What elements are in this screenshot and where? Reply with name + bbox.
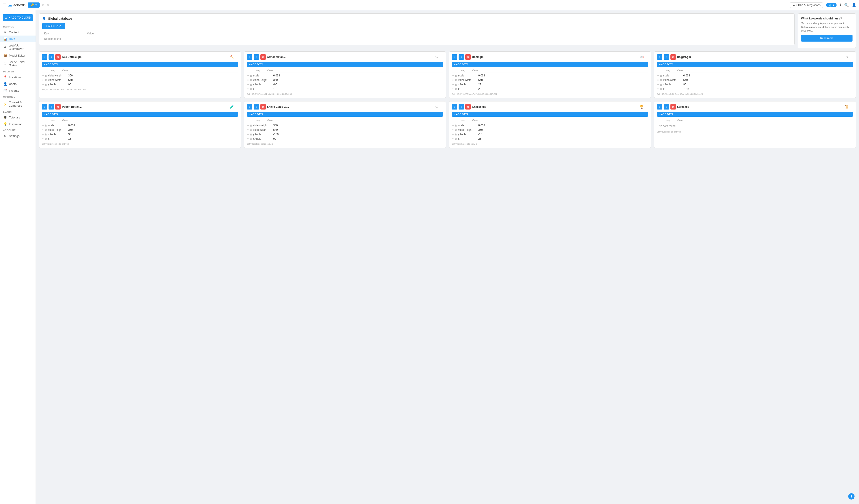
card-add-data-button[interactable]: + ADD DATA bbox=[247, 112, 287, 117]
sidebar-item-data[interactable]: 📊 Data bbox=[0, 35, 35, 42]
global-add-data-label: + ADD DATA bbox=[46, 25, 61, 28]
row-key: scale bbox=[253, 74, 273, 77]
sidebar-item-inspiration-label: Inspiration bbox=[9, 123, 22, 126]
edit-row-icon[interactable]: ✏ bbox=[247, 138, 249, 140]
active-nav-tab[interactable]: 🔑 ▾ bbox=[28, 2, 40, 7]
card-add-data-button[interactable]: + ADD DATA bbox=[42, 112, 238, 117]
sidebar-item-settings[interactable]: ⚙ Settings bbox=[0, 132, 35, 139]
card-key-header: Key bbox=[42, 119, 62, 122]
edit-row-icon[interactable]: ✏ bbox=[247, 124, 249, 127]
row-key: yAngle bbox=[48, 83, 68, 86]
card-model-icon: 🧪 bbox=[230, 105, 233, 109]
edit-row-icon[interactable]: ✏ bbox=[247, 88, 249, 91]
delete-row-icon[interactable]: 🗑 bbox=[250, 79, 252, 81]
edit-row-icon[interactable]: ✏ bbox=[42, 83, 44, 86]
card-delete-btn[interactable]: 🗑 bbox=[55, 104, 61, 110]
edit-row-icon[interactable]: ✏ bbox=[247, 133, 249, 136]
edit-row-icon[interactable]: ✏ bbox=[247, 128, 249, 131]
row-value: 15 bbox=[68, 137, 238, 140]
edit-row-icon[interactable]: ✏ bbox=[42, 124, 44, 127]
card-upload-btn[interactable]: ⇧ bbox=[42, 104, 47, 110]
delete-row-icon[interactable]: 🗑 bbox=[250, 74, 252, 77]
row-value: 360 bbox=[273, 78, 287, 82]
delete-row-icon[interactable]: 🗑 bbox=[45, 124, 47, 127]
card-upload-btn[interactable]: ⇧ bbox=[247, 54, 252, 60]
sidebar-item-modelEditor[interactable]: 📦 Model Editor bbox=[0, 52, 35, 59]
delete-row-icon[interactable]: 🗑 bbox=[45, 128, 47, 131]
row-value: 0.038 bbox=[273, 74, 287, 77]
sidebar-item-locations[interactable]: 📍 Locations bbox=[0, 74, 35, 80]
edit-row-icon[interactable]: ✏ bbox=[247, 79, 249, 82]
edit-row-icon[interactable]: ✏ bbox=[247, 83, 249, 86]
row-key: videoWidth bbox=[48, 78, 68, 82]
row-key: yAngle bbox=[253, 133, 273, 136]
card-value-header: Value bbox=[267, 69, 287, 72]
card-delete-btn[interactable]: 🗑 bbox=[260, 54, 266, 60]
entry-id: Entry ID: potion-bottle-entry-id bbox=[42, 143, 238, 145]
global-value-header: Value bbox=[87, 32, 286, 35]
sidebar-item-inspiration[interactable]: 💡 Inspiration bbox=[0, 121, 35, 127]
edit-row-icon[interactable]: ✏ bbox=[42, 79, 44, 82]
card-download-btn[interactable]: ⇩ bbox=[254, 104, 259, 110]
card-add-data-button[interactable]: + ADD DATA bbox=[42, 62, 238, 67]
table-row: ✏ 🗑 videoWidth 540 bbox=[42, 78, 238, 82]
entries-grid: ⇧ ⇩ 🗑 Axe Double.glb 🪓 ⋮ + ADD DATA Key … bbox=[39, 51, 286, 148]
card-add-data-button[interactable]: + ADD DATA bbox=[247, 62, 287, 67]
sceneEditor-icon: ⬡ bbox=[3, 62, 7, 65]
entry-card-header: ⇧ ⇩ 🗑 Shield Celtic G.... 🛡 ⋮ bbox=[247, 104, 287, 110]
sidebar-item-users[interactable]: 👤 Users bbox=[0, 80, 35, 87]
card-value-header: Value bbox=[62, 69, 238, 72]
delete-row-icon[interactable]: 🗑 bbox=[250, 138, 252, 140]
global-key-header: Key bbox=[42, 32, 87, 35]
sidebar-item-content[interactable]: ✏ Content bbox=[0, 29, 35, 35]
close-nav-icon[interactable]: ✕ bbox=[46, 3, 49, 7]
edit-row-icon[interactable]: ✏ bbox=[42, 74, 44, 77]
delete-row-icon[interactable]: 🗑 bbox=[45, 83, 47, 86]
edit-row-icon[interactable]: ✏ bbox=[247, 74, 249, 77]
card-table-header: Key Value bbox=[42, 68, 238, 73]
card-options-icon[interactable]: ⋮ bbox=[235, 55, 238, 59]
edit-row-icon[interactable]: ✏ bbox=[42, 133, 44, 136]
table-row: ✏ 🗑 yAngle -180 bbox=[247, 132, 287, 137]
global-add-data-button[interactable]: + ADD DATA bbox=[42, 23, 65, 29]
card-delete-btn[interactable]: 🗑 bbox=[55, 54, 61, 60]
sidebar-item-data-label: Data bbox=[9, 37, 15, 41]
delete-row-icon[interactable]: 🗑 bbox=[45, 74, 47, 77]
card-upload-btn[interactable]: ⇧ bbox=[42, 54, 47, 60]
card-download-btn[interactable]: ⇩ bbox=[48, 54, 54, 60]
row-value: 0.038 bbox=[68, 124, 238, 127]
card-download-btn[interactable]: ⇩ bbox=[48, 104, 54, 110]
add-to-cloud-button[interactable]: ☁ + ADD TO CLOUD bbox=[3, 14, 33, 21]
sidebar-item-insights[interactable]: 📈 Insights bbox=[0, 87, 35, 94]
sidebar-item-tutorials[interactable]: 🎓 Tutorials bbox=[0, 114, 35, 121]
sidebar-item-convertCompress[interactable]: ⚡ Convert & Compress bbox=[0, 99, 35, 109]
sidebar-item-sceneEditor[interactable]: ⬡ Scene Editor (Beta) bbox=[0, 59, 35, 68]
hamburger-menu-icon[interactable]: ☰ bbox=[3, 3, 6, 7]
edit-row-icon[interactable]: ✏ bbox=[42, 138, 44, 140]
row-value: 35 bbox=[68, 133, 238, 136]
logo-text: echo3D bbox=[13, 3, 26, 7]
edit-row-icon[interactable]: ✏ bbox=[42, 128, 44, 131]
top-navigation: ☰ ☁ echo3D 🔑 ▾ ✏ ✕ ☁ SDKs & Integrations… bbox=[0, 0, 286, 10]
row-key: videoHeight bbox=[253, 124, 273, 127]
card-upload-btn[interactable]: ⇧ bbox=[247, 104, 252, 110]
card-download-btn[interactable]: ⇩ bbox=[254, 54, 259, 60]
delete-row-icon[interactable]: 🗑 bbox=[45, 79, 47, 81]
table-row: ✏ 🗑 xAngle 35 bbox=[42, 132, 238, 137]
delete-row-icon[interactable]: 🗑 bbox=[250, 128, 252, 131]
card-delete-btn[interactable]: 🗑 bbox=[260, 104, 266, 110]
delete-row-icon[interactable]: 🗑 bbox=[250, 88, 252, 90]
card-options-icon[interactable]: ⋮ bbox=[235, 105, 238, 109]
card-key-header: Key bbox=[247, 69, 267, 72]
delete-row-icon[interactable]: 🗑 bbox=[250, 133, 252, 136]
delete-row-icon[interactable]: 🗑 bbox=[250, 83, 252, 86]
edit-nav-icon[interactable]: ✏ bbox=[42, 3, 44, 7]
sidebar-item-webarCustomizer[interactable]: 🖥 WebAR Customizer bbox=[0, 42, 35, 52]
global-db-table-header: Key Value bbox=[42, 31, 286, 36]
webarCustomizer-icon: 🖥 bbox=[3, 45, 7, 49]
card-value-header: Value bbox=[267, 119, 287, 122]
delete-row-icon[interactable]: 🗑 bbox=[45, 138, 47, 140]
delete-row-icon[interactable]: 🗑 bbox=[45, 133, 47, 136]
delete-row-icon[interactable]: 🗑 bbox=[250, 124, 252, 127]
row-key: x bbox=[253, 88, 273, 91]
